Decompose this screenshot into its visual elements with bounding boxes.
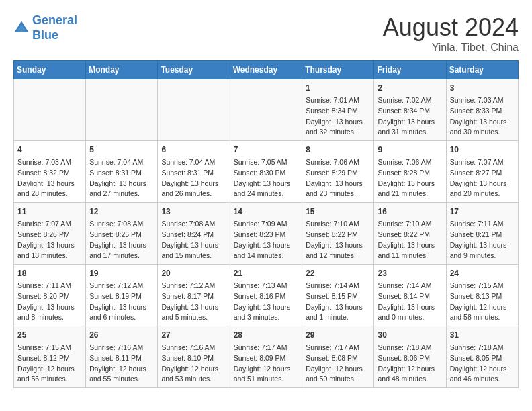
- cell-content-line: and 21 minutes.: [378, 189, 442, 199]
- cell-content-line: Daylight: 12 hours: [17, 364, 82, 375]
- day-number: 12: [89, 205, 154, 218]
- cell-content-line: Daylight: 13 hours: [378, 240, 442, 251]
- cell-content-line: Sunrise: 7:07 AM: [17, 219, 82, 230]
- cell-content-line: Sunset: 8:25 PM: [89, 230, 154, 240]
- cell-content-line: and 12 minutes.: [306, 250, 370, 261]
- calendar-cell: 27Sunrise: 7:16 AMSunset: 8:10 PMDayligh…: [158, 326, 230, 388]
- cell-content-line: and 48 minutes.: [378, 374, 442, 385]
- cell-content-line: Sunrise: 7:12 AM: [89, 281, 154, 291]
- weekday-row: SundayMondayTuesdayWednesdayThursdayFrid…: [14, 61, 519, 79]
- calendar-cell: 29Sunrise: 7:17 AMSunset: 8:08 PMDayligh…: [302, 326, 374, 388]
- cell-content-line: Daylight: 12 hours: [450, 302, 515, 313]
- calendar-cell: 28Sunrise: 7:17 AMSunset: 8:09 PMDayligh…: [230, 326, 302, 388]
- cell-content-line: and 28 minutes.: [17, 189, 82, 199]
- cell-content-line: Sunset: 8:23 PM: [234, 230, 299, 240]
- cell-content-line: and 53 minutes.: [161, 374, 226, 385]
- cell-content-line: Sunset: 8:08 PM: [306, 353, 370, 364]
- cell-content-line: Sunrise: 7:12 AM: [161, 281, 226, 291]
- cell-content-line: Daylight: 13 hours: [450, 179, 515, 189]
- cell-content-line: and 24 minutes.: [234, 189, 299, 199]
- cell-content-line: and 23 minutes.: [306, 189, 370, 199]
- calendar-cell: 7Sunrise: 7:05 AMSunset: 8:30 PMDaylight…: [230, 141, 302, 203]
- calendar-cell: 11Sunrise: 7:07 AMSunset: 8:26 PMDayligh…: [14, 203, 86, 265]
- day-number: 6: [161, 144, 226, 156]
- cell-content-line: Sunset: 8:29 PM: [306, 168, 370, 179]
- calendar-body: 1Sunrise: 7:01 AMSunset: 8:34 PMDaylight…: [14, 79, 519, 388]
- cell-content-line: Sunset: 8:19 PM: [89, 291, 154, 302]
- cell-content-line: Daylight: 13 hours: [234, 302, 299, 313]
- calendar-cell: 14Sunrise: 7:09 AMSunset: 8:23 PMDayligh…: [230, 203, 302, 265]
- weekday-header: Tuesday: [158, 61, 230, 79]
- cell-content-line: Daylight: 13 hours: [378, 179, 442, 189]
- cell-content-line: Sunrise: 7:15 AM: [17, 342, 82, 353]
- day-number: 11: [17, 205, 82, 218]
- cell-content-line: Sunrise: 7:06 AM: [306, 157, 370, 168]
- cell-content-line: Sunrise: 7:13 AM: [234, 281, 299, 291]
- cell-content-line: Sunset: 8:31 PM: [161, 168, 226, 179]
- cell-content-line: and 32 minutes.: [306, 127, 370, 138]
- day-number: 19: [89, 267, 154, 279]
- cell-content-line: Sunset: 8:33 PM: [450, 106, 515, 117]
- cell-content-line: Sunrise: 7:11 AM: [450, 219, 515, 230]
- calendar-cell: 10Sunrise: 7:07 AMSunset: 8:27 PMDayligh…: [446, 141, 518, 203]
- calendar-cell: 19Sunrise: 7:12 AMSunset: 8:19 PMDayligh…: [86, 265, 158, 326]
- cell-content-line: Sunset: 8:15 PM: [306, 291, 370, 302]
- cell-content-line: Sunrise: 7:18 AM: [450, 342, 515, 353]
- cell-content-line: Sunset: 8:24 PM: [161, 230, 226, 240]
- cell-content-line: Sunset: 8:12 PM: [17, 353, 82, 364]
- day-number: 21: [234, 267, 299, 279]
- cell-content-line: and 51 minutes.: [234, 374, 299, 385]
- cell-content-line: Sunrise: 7:06 AM: [378, 157, 442, 168]
- cell-content-line: Daylight: 13 hours: [306, 240, 370, 251]
- calendar-cell: 4Sunrise: 7:03 AMSunset: 8:32 PMDaylight…: [14, 141, 86, 203]
- cell-content-line: and 30 minutes.: [450, 127, 515, 138]
- cell-content-line: and 20 minutes.: [450, 189, 515, 199]
- day-number: 3: [450, 82, 515, 94]
- calendar-cell: 25Sunrise: 7:15 AMSunset: 8:12 PMDayligh…: [14, 326, 86, 388]
- cell-content-line: Sunset: 8:14 PM: [378, 291, 442, 302]
- cell-content-line: Sunrise: 7:17 AM: [306, 342, 370, 353]
- cell-content-line: and 6 minutes.: [89, 312, 154, 323]
- calendar-week-row: 18Sunrise: 7:11 AMSunset: 8:20 PMDayligh…: [14, 265, 519, 326]
- weekday-header: Wednesday: [230, 61, 302, 79]
- cell-content-line: Sunrise: 7:10 AM: [378, 219, 442, 230]
- cell-content-line: Sunrise: 7:07 AM: [450, 157, 515, 168]
- day-number: 22: [306, 267, 370, 279]
- calendar-cell: 1Sunrise: 7:01 AMSunset: 8:34 PMDaylight…: [302, 79, 374, 141]
- cell-content-line: Daylight: 12 hours: [161, 364, 226, 375]
- cell-content-line: Sunrise: 7:02 AM: [378, 95, 442, 106]
- cell-content-line: Sunset: 8:34 PM: [306, 106, 370, 117]
- cell-content-line: Sunset: 8:27 PM: [450, 168, 515, 179]
- cell-content-line: Sunset: 8:17 PM: [161, 291, 226, 302]
- calendar-cell: 9Sunrise: 7:06 AMSunset: 8:28 PMDaylight…: [374, 141, 446, 203]
- cell-content-line: Sunrise: 7:18 AM: [378, 342, 442, 353]
- cell-content-line: Sunrise: 7:14 AM: [306, 281, 370, 291]
- cell-content-line: Sunrise: 7:16 AM: [161, 342, 226, 353]
- page-header: General Blue August 2024 Yinla, Tibet, C…: [13, 13, 519, 54]
- location: Yinla, Tibet, China: [383, 42, 519, 54]
- calendar-cell: 13Sunrise: 7:08 AMSunset: 8:24 PMDayligh…: [158, 203, 230, 265]
- cell-content-line: and 55 minutes.: [89, 374, 154, 385]
- cell-content-line: Daylight: 13 hours: [161, 179, 226, 189]
- cell-content-line: Sunrise: 7:14 AM: [378, 281, 442, 291]
- day-number: 23: [378, 267, 442, 279]
- cell-content-line: and 5 minutes.: [161, 312, 226, 323]
- cell-content-line: Sunset: 8:16 PM: [234, 291, 299, 302]
- cell-content-line: Daylight: 12 hours: [306, 364, 370, 375]
- logo-text: General Blue: [32, 13, 77, 42]
- cell-content-line: and 8 minutes.: [17, 312, 82, 323]
- calendar-cell: 26Sunrise: 7:16 AMSunset: 8:11 PMDayligh…: [86, 326, 158, 388]
- day-number: 15: [306, 205, 370, 218]
- day-number: 8: [306, 144, 370, 156]
- cell-content-line: Sunset: 8:10 PM: [161, 353, 226, 364]
- cell-content-line: Sunrise: 7:08 AM: [161, 219, 226, 230]
- day-number: 30: [378, 329, 442, 341]
- cell-content-line: and 31 minutes.: [378, 127, 442, 138]
- cell-content-line: Daylight: 13 hours: [17, 302, 82, 313]
- cell-content-line: Sunrise: 7:16 AM: [89, 342, 154, 353]
- cell-content-line: Daylight: 13 hours: [306, 179, 370, 189]
- cell-content-line: and 14 minutes.: [234, 250, 299, 261]
- calendar-week-row: 11Sunrise: 7:07 AMSunset: 8:26 PMDayligh…: [14, 203, 519, 265]
- cell-content-line: and 15 minutes.: [161, 250, 226, 261]
- cell-content-line: and 9 minutes.: [450, 250, 515, 261]
